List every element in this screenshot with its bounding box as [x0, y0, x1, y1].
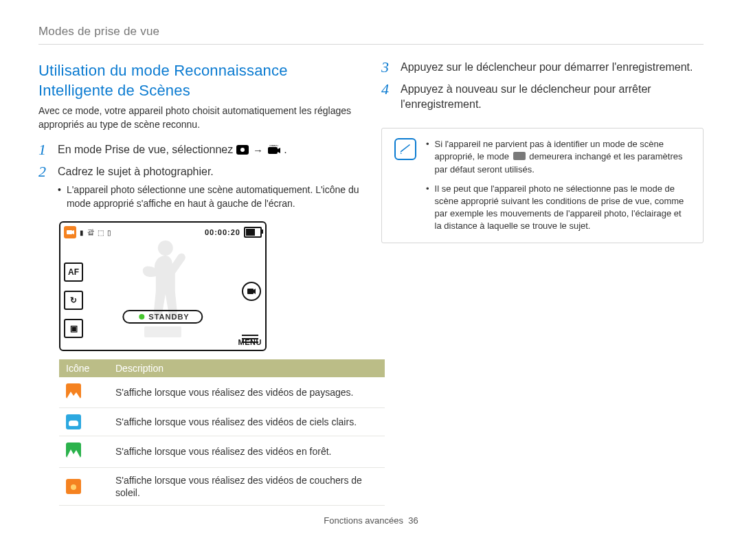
scene-icon-table: Icône Description S'affiche lorsque vous… [59, 359, 385, 506]
svg-rect-5 [247, 289, 254, 294]
page-footer: Fonctions avancées 36 [38, 515, 704, 526]
svg-point-7 [158, 240, 173, 256]
table-row: S'affiche lorsque vous réalisez des vidé… [59, 408, 385, 436]
step-4: 4 Appuyez à nouveau sur le déclencheur p… [381, 82, 704, 111]
footer-label: Fonctions avancées [324, 515, 403, 526]
camera-screen-illustration: ▮ 괍 ⬚ ▯ 00:00:20 AF ↻ ▣ [59, 221, 267, 351]
table-cell: S'affiche lorsque vous réalisez des vidé… [109, 436, 385, 467]
table-row: S'affiche lorsque vous réalisez des vidé… [59, 467, 385, 505]
table-cell: S'affiche lorsque vous réalisez des vidé… [109, 377, 385, 408]
arrow-icon: → [253, 144, 263, 156]
shutter-button [242, 282, 261, 301]
landscape-icon [66, 383, 81, 399]
note-icon [394, 138, 416, 160]
step-1-text-pre: En mode Prise de vue, sélectionnez [58, 144, 236, 155]
rotate-button: ↻ [64, 291, 83, 310]
menu-button: MENU [238, 335, 262, 346]
step-3-text: Appuyez sur le déclencheur pour démarrer… [401, 60, 704, 75]
svg-marker-8 [67, 392, 80, 399]
intro-paragraph: Avec ce mode, votre appareil photo chois… [38, 104, 361, 131]
battery-icon [244, 227, 262, 238]
step-2-subitem: L'appareil photo sélectionne une scène a… [58, 183, 361, 210]
table-cell: S'affiche lorsque vous réalisez des vidé… [109, 467, 385, 505]
sky-icon [66, 414, 81, 429]
note-item-2: Il se peut que l'appareil photo ne sélec… [426, 183, 690, 233]
svg-rect-3 [67, 230, 72, 234]
smart-video-icon: SMART [267, 145, 281, 156]
table-row: S'affiche lorsque vous réalisez des vidé… [59, 377, 385, 408]
camera-icon [236, 145, 249, 155]
svg-text:SMART: SMART [269, 145, 279, 147]
top-icon-4: ▯ [107, 229, 111, 236]
standby-badge: STANDBY [122, 310, 203, 324]
page-number: 36 [408, 515, 418, 526]
record-indicator-icon [139, 314, 144, 320]
th-description: Description [109, 359, 385, 377]
top-icon-1: ▮ [80, 229, 84, 236]
step-number: 4 [381, 82, 394, 97]
svg-marker-9 [67, 449, 80, 458]
table-row: S'affiche lorsque vous réalisez des vidé… [59, 436, 385, 467]
recording-time: 00:00:20 [205, 228, 240, 236]
step-number: 2 [38, 164, 51, 179]
svg-marker-6 [254, 289, 256, 294]
step-number: 3 [381, 60, 394, 75]
step-2-text: Cadrez le sujet à photographier. [58, 164, 361, 179]
note-item-1: Si l'appareil ne parvient pas à identifi… [426, 138, 690, 176]
right-column: 3 Appuyez sur le déclencheur pour démarr… [381, 60, 704, 506]
gallery-button: ▣ [64, 319, 83, 338]
step-4-text: Appuyez à nouveau sur le déclencheur pou… [401, 82, 704, 111]
svg-marker-1 [278, 148, 280, 153]
left-column: Utilisation du mode Reconnaissance Intel… [38, 60, 361, 506]
th-icon: Icône [59, 359, 109, 377]
pedestal [144, 326, 181, 337]
camera-top-bar: ▮ 괍 ⬚ ▯ 00:00:20 [64, 226, 262, 238]
step-number: 1 [38, 142, 51, 157]
page: Modes de prise de vue Utilisation du mod… [0, 0, 742, 533]
step-2: 2 Cadrez le sujet à photographier. L'app… [38, 164, 361, 214]
forest-icon [66, 443, 81, 458]
top-icon-2: 괍 [87, 227, 94, 237]
divider [38, 44, 704, 45]
sunset-icon [66, 479, 81, 494]
section-header: Modes de prise de vue [38, 25, 704, 38]
two-columns: Utilisation du mode Reconnaissance Intel… [38, 60, 704, 506]
smart-movie-icon [513, 152, 526, 160]
standby-label: STANDBY [148, 313, 189, 321]
mode-smart-icon [64, 226, 76, 238]
svg-marker-4 [72, 230, 74, 234]
table-cell: S'affiche lorsque vous réalisez des vidé… [109, 408, 385, 436]
page-title: Utilisation du mode Reconnaissance Intel… [38, 61, 361, 100]
af-button: AF [64, 262, 83, 282]
top-icon-3: ⬚ [98, 229, 104, 236]
step-3: 3 Appuyez sur le déclencheur pour démarr… [381, 60, 704, 75]
step-1-text-post: . [284, 144, 286, 155]
step-1: 1 En mode Prise de vue, sélectionnez → S… [38, 142, 361, 157]
note-box: Si l'appareil ne parvient pas à identifi… [381, 128, 704, 243]
svg-rect-0 [268, 147, 278, 154]
